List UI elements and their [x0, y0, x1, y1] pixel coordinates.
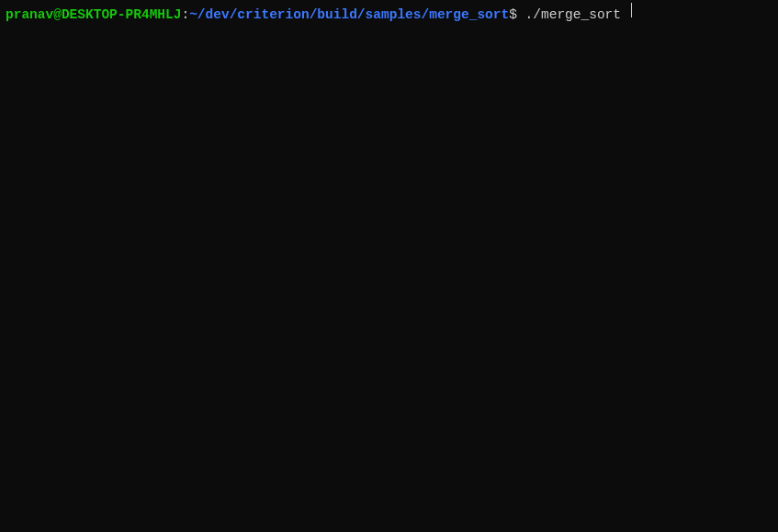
current-path: ~/dev/criterion/build/samples/merge_sort	[189, 7, 509, 23]
prompt-symbol: $	[509, 7, 517, 23]
cursor-icon	[631, 3, 632, 17]
user-host: pranav@DESKTOP-PR4MHLJ	[6, 7, 181, 23]
command-text: ./merge_sort	[517, 7, 629, 23]
separator: :	[181, 7, 189, 23]
terminal-prompt-line[interactable]: pranav@DESKTOP-PR4MHLJ:~/dev/criterion/b…	[6, 4, 772, 23]
